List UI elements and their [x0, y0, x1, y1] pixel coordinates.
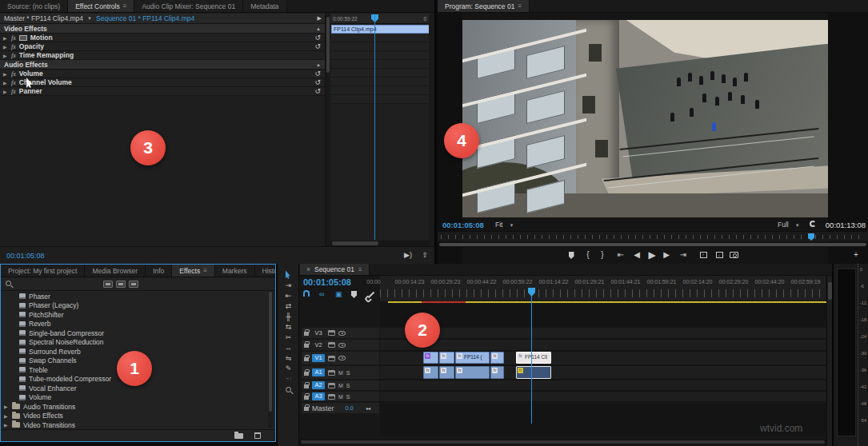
- collapse-icon[interactable]: ▲: [316, 26, 321, 31]
- effect-item-spectral-noisereduction[interactable]: Spectral NoiseReduction: [1, 338, 267, 348]
- solo-button[interactable]: S: [346, 370, 350, 376]
- sync-lock-icon[interactable]: [328, 370, 335, 376]
- disclosure-icon[interactable]: ▶: [3, 53, 8, 58]
- step-back-button[interactable]: ◀: [631, 249, 642, 261]
- video-clip-segment[interactable]: fx: [423, 352, 438, 364]
- new-bin-icon[interactable]: [234, 433, 243, 439]
- effect-item-single-band-compressor[interactable]: Single-band Compressor: [1, 329, 267, 338]
- effect-row-time-remapping[interactable]: ▶fxTime Remapping: [0, 51, 325, 60]
- toggle-track-output-icon[interactable]: [338, 331, 346, 336]
- effect-item-volume[interactable]: Volume: [1, 393, 267, 403]
- video-clip-segment[interactable]: fx: [439, 352, 454, 364]
- effect-controls-timecode[interactable]: 00:01:05:08: [6, 252, 45, 260]
- effect-item-phaser-legacy[interactable]: Phaser (Legacy): [1, 301, 267, 311]
- program-playhead-marker[interactable]: [808, 233, 814, 241]
- slip-tool[interactable]: ↔: [278, 343, 299, 353]
- sequence-clip-label[interactable]: Sequence 01 * FP114 Clip4.mp4: [96, 14, 194, 22]
- lock-icon[interactable]: [304, 372, 309, 376]
- zoom-tool[interactable]: [278, 384, 299, 395]
- search-icon[interactable]: [6, 281, 11, 286]
- track-name-a2[interactable]: A2: [312, 381, 325, 389]
- panel-menu-icon[interactable]: ≡: [123, 2, 127, 10]
- solo-button[interactable]: S: [346, 394, 350, 400]
- show-timeline-view-icon[interactable]: ▶: [318, 15, 322, 22]
- effect-row-panner[interactable]: ▶fxPanner↺: [0, 87, 325, 96]
- mini-timeline-clip[interactable]: FP114 Clip4.mp4: [331, 25, 430, 34]
- toggle-track-output-icon[interactable]: [338, 356, 346, 360]
- lock-icon[interactable]: [304, 384, 309, 388]
- disclosure-icon[interactable]: ▶: [3, 71, 8, 77]
- panel-menu-icon[interactable]: ≡: [203, 267, 207, 274]
- tab-metadata[interactable]: Metadata: [243, 0, 286, 12]
- zoom-level-select[interactable]: Fit▼: [495, 221, 514, 229]
- lock-icon[interactable]: [304, 396, 309, 400]
- lift-button[interactable]: ↑: [698, 249, 709, 258]
- lock-icon[interactable]: [304, 344, 309, 348]
- slide-tool[interactable]: ⇋: [278, 353, 299, 364]
- sync-lock-icon[interactable]: [328, 342, 335, 348]
- accelerated-effects-badge[interactable]: [103, 281, 113, 288]
- rolling-edit-tool[interactable]: ╫: [278, 312, 299, 322]
- effect-item-pitchshifter[interactable]: PitchShifter: [1, 310, 267, 320]
- button-editor-button[interactable]: +: [850, 249, 862, 261]
- disclosure-icon[interactable]: ▶: [3, 44, 8, 50]
- lock-icon[interactable]: [304, 357, 309, 361]
- effect-item-reverb[interactable]: Reverb: [1, 320, 267, 329]
- track-name-a1[interactable]: A1: [312, 368, 325, 376]
- pen-tool[interactable]: ✎: [278, 364, 299, 374]
- reset-icon[interactable]: ↺: [314, 70, 321, 78]
- track-name-v1[interactable]: V1: [312, 354, 325, 362]
- step-forward-button[interactable]: ▶: [661, 249, 672, 261]
- timeline-ruler[interactable]: 00:0000:00:14:2300:00:29:2300:00:44:2200…: [380, 276, 826, 302]
- selection-tool[interactable]: [278, 270, 299, 281]
- keyframe-nav-icon[interactable]: ▸◂: [366, 405, 370, 411]
- export-frame-button[interactable]: [728, 249, 739, 258]
- toggle-track-output-icon[interactable]: [338, 343, 346, 348]
- go-to-out-button[interactable]: ⇥: [678, 249, 689, 261]
- tab-audio-clip-mixer-sequence-01[interactable]: Audio Clip Mixer: Sequence 01: [134, 0, 243, 12]
- audio-clip-segment[interactable]: fx: [490, 366, 504, 379]
- sync-lock-icon[interactable]: [328, 394, 335, 400]
- tab-effect-controls[interactable]: Effect Controls≡: [68, 0, 134, 12]
- effect-controls-scrollbar[interactable]: [325, 14, 330, 246]
- tab-history[interactable]: History: [255, 265, 276, 277]
- audio-clip-segment[interactable]: fx: [423, 366, 438, 379]
- yuv-effects-badge[interactable]: [129, 281, 138, 288]
- solo-button[interactable]: S: [346, 383, 350, 388]
- mark-in-button[interactable]: {: [582, 249, 594, 261]
- mute-button[interactable]: M: [338, 370, 343, 376]
- mute-button[interactable]: M: [338, 383, 343, 388]
- effect-row-motion[interactable]: ▶fxMotion↺: [0, 34, 325, 42]
- tab-program-sequence[interactable]: Program: Sequence 01 ≡: [438, 0, 530, 12]
- reset-icon[interactable]: ↺: [314, 88, 321, 95]
- program-current-timecode[interactable]: 00:01:05:08: [442, 221, 484, 229]
- play-audio-icon[interactable]: ▶): [404, 251, 412, 259]
- tab-project-my-first-project[interactable]: Project: My first project: [1, 265, 85, 277]
- selected-audio-clip[interactable]: fx: [516, 366, 551, 379]
- tab-info[interactable]: Info: [146, 265, 172, 277]
- toggle-effects-icon[interactable]: ⇧: [422, 251, 428, 259]
- 32bit-color-badge[interactable]: [116, 281, 126, 288]
- extract-button[interactable]: ↓: [714, 249, 725, 258]
- chevron-down-icon[interactable]: ▼: [87, 16, 92, 21]
- disclosure-icon[interactable]: ▶: [4, 422, 9, 428]
- master-volume-value[interactable]: 0.0: [346, 404, 354, 412]
- video-clip-segment[interactable]: fxFP114 (: [455, 352, 490, 364]
- disclosure-icon[interactable]: ▶: [3, 80, 8, 86]
- add-marker-button[interactable]: [566, 249, 577, 262]
- mini-timeline-vscrollbar[interactable]: [429, 14, 434, 246]
- disclosure-icon[interactable]: ▶: [3, 89, 8, 94]
- master-clip-label[interactable]: Master * FP114 Clip4.mp4: [4, 14, 83, 22]
- disclosure-icon[interactable]: ▶: [3, 35, 8, 41]
- razor-tool[interactable]: ✂: [278, 333, 299, 343]
- rate-stretch-tool[interactable]: ⇆: [278, 322, 299, 333]
- program-mini-ruler[interactable]: [438, 231, 868, 241]
- trash-icon[interactable]: [254, 432, 261, 439]
- mark-out-button[interactable]: }: [597, 249, 608, 261]
- tab-media-browser[interactable]: Media Browser: [85, 265, 146, 277]
- go-to-in-button[interactable]: ⇤: [615, 249, 626, 261]
- reset-icon[interactable]: ↺: [314, 79, 321, 86]
- track-name-v3[interactable]: V3: [312, 329, 325, 337]
- disclosure-icon[interactable]: ▶: [4, 404, 9, 409]
- panel-menu-icon[interactable]: ≡: [518, 2, 522, 10]
